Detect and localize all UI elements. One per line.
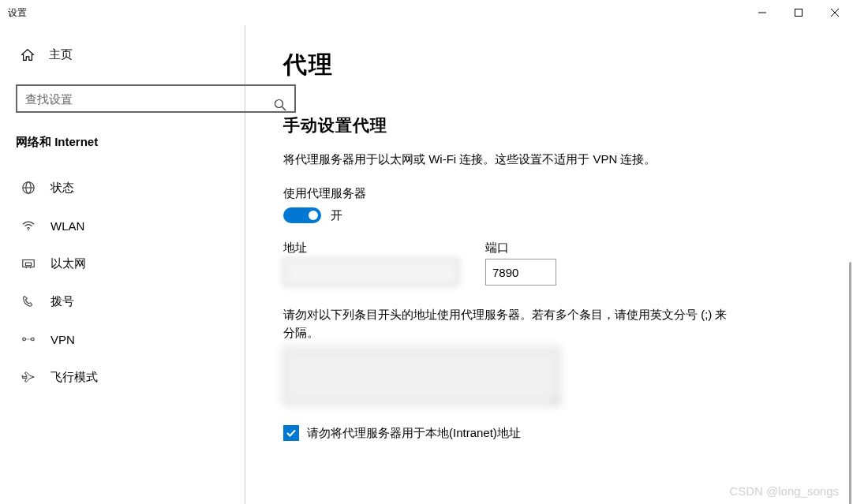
proxy-toggle[interactable] [283, 207, 321, 223]
close-button[interactable] [817, 0, 853, 25]
sidebar-item-label: 飞行模式 [51, 370, 98, 385]
checkbox-label: 请勿将代理服务器用于本地(Intranet)地址 [307, 426, 521, 441]
category-header: 网络和 Internet [16, 135, 245, 150]
search-input[interactable] [25, 92, 286, 106]
svg-point-14 [23, 338, 26, 341]
airplane-icon [21, 369, 36, 385]
vpn-icon [21, 331, 36, 347]
home-icon [21, 48, 35, 62]
sidebar-item-label: 状态 [51, 181, 74, 196]
minimize-button[interactable] [744, 0, 780, 25]
toggle-label: 使用代理服务器 [283, 186, 821, 201]
wifi-icon [21, 218, 36, 233]
exceptions-description: 请勿对以下列条目开头的地址使用代理服务器。若有多个条目，请使用英文分号 (;) … [283, 306, 733, 342]
sidebar-item-wlan[interactable]: WLAN [16, 207, 245, 245]
address-input[interactable] [283, 259, 458, 286]
scrollbar[interactable] [849, 262, 851, 504]
window-title: 设置 [8, 6, 27, 20]
sidebar-item-airplane[interactable]: 飞行模式 [16, 358, 245, 396]
svg-point-15 [32, 338, 35, 341]
globe-icon [21, 180, 36, 196]
exceptions-input[interactable] [283, 348, 559, 405]
svg-point-9 [28, 230, 29, 231]
phone-icon [21, 293, 36, 309]
port-input[interactable] [485, 259, 556, 286]
sidebar-item-status[interactable]: 状态 [16, 169, 245, 207]
sidebar-item-label: WLAN [51, 219, 84, 233]
titlebar: 设置 [0, 0, 853, 25]
toggle-knob [309, 211, 318, 220]
window-controls [744, 0, 853, 25]
svg-rect-11 [25, 263, 31, 266]
sidebar: 主页 网络和 Internet 状态 WLAN [0, 25, 245, 504]
sidebar-item-vpn[interactable]: VPN [16, 320, 245, 358]
page-title: 代理 [283, 49, 821, 81]
ethernet-icon [21, 256, 36, 271]
section-description: 将代理服务器用于以太网或 Wi-Fi 连接。这些设置不适用于 VPN 连接。 [283, 151, 821, 167]
sidebar-item-dialup[interactable]: 拨号 [16, 282, 245, 320]
sidebar-item-label: 拨号 [51, 294, 74, 309]
main-content: 代理 手动设置代理 将代理服务器用于以太网或 Wi-Fi 连接。这些设置不适用于… [283, 25, 853, 504]
home-link[interactable]: 主页 [16, 41, 245, 69]
sidebar-item-label: 以太网 [51, 256, 86, 271]
maximize-button[interactable] [780, 0, 817, 25]
port-label: 端口 [485, 241, 556, 256]
search-box[interactable] [16, 84, 296, 113]
sidebar-item-label: VPN [51, 333, 75, 346]
svg-rect-1 [795, 9, 802, 17]
intranet-checkbox[interactable] [283, 425, 299, 441]
toggle-state-label: 开 [331, 208, 342, 223]
address-label: 地址 [283, 241, 458, 256]
section-title: 手动设置代理 [283, 114, 821, 136]
svg-point-4 [275, 100, 283, 108]
sidebar-item-ethernet[interactable]: 以太网 [16, 245, 245, 282]
home-label: 主页 [49, 47, 73, 62]
